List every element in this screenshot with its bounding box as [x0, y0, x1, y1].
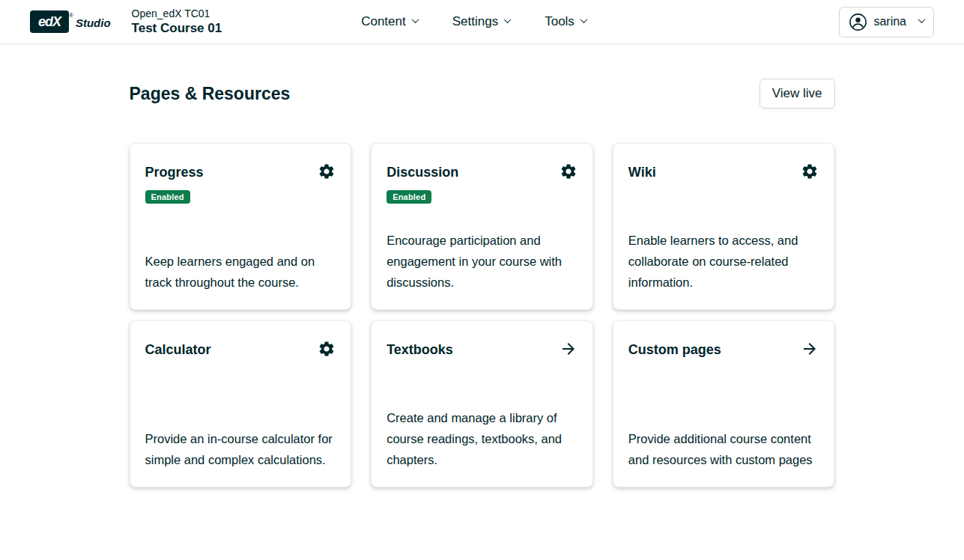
pages-resources-page: Pages & Resources View live Progress Ena…: [130, 44, 835, 487]
registered-mark: ®: [69, 12, 73, 19]
card-description: Encourage participation and engagement i…: [386, 230, 578, 293]
user-menu-button[interactable]: sarina: [839, 7, 934, 37]
card-title: Custom pages: [628, 342, 721, 358]
view-live-button[interactable]: View live: [760, 79, 835, 109]
card-header: Discussion: [386, 160, 578, 180]
status-badge: Enabled: [386, 190, 431, 204]
badge-row: [386, 367, 578, 380]
badge-row: Enabled: [386, 189, 578, 204]
nav-content-label: Content: [361, 14, 406, 29]
badge-row: [628, 189, 819, 203]
chevron-down-icon: [580, 16, 587, 23]
user-name-label: sarina: [873, 15, 906, 28]
card-textbooks: Textbooks Create and manage a library of…: [371, 320, 593, 487]
card-custom-pages: Custom pages Provide additional course c…: [613, 320, 835, 487]
gear-icon[interactable]: [801, 162, 819, 180]
nav-settings-label: Settings: [452, 14, 498, 29]
card-description: Enable learners to access, and collabora…: [628, 230, 819, 293]
course-info: Open_edX TC01 Test Course 01: [132, 7, 222, 37]
card-title: Progress: [145, 165, 204, 180]
nav-settings[interactable]: Settings: [452, 14, 510, 29]
avatar-icon: [849, 13, 867, 31]
gear-icon[interactable]: [560, 162, 578, 180]
nav-content[interactable]: Content: [361, 14, 418, 29]
card-title: Wiki: [628, 165, 656, 180]
gear-icon[interactable]: [318, 340, 336, 358]
status-badge: Enabled: [145, 190, 190, 204]
page-header-row: Pages & Resources View live: [130, 79, 835, 109]
edx-studio-logo[interactable]: edX ® Studio: [30, 10, 111, 33]
arrow-right-icon[interactable]: [801, 340, 819, 358]
card-title: Calculator: [145, 342, 211, 358]
card-header: Wiki: [628, 160, 819, 180]
card-description: Provide additional course content and re…: [628, 428, 819, 470]
card-header: Calculator: [145, 338, 336, 358]
badge-row: [628, 367, 819, 380]
page-title: Pages & Resources: [130, 84, 291, 104]
studio-label: Studio: [76, 16, 111, 29]
badge-row: Enabled: [145, 189, 336, 204]
card-description: Create and manage a library of course re…: [386, 407, 578, 470]
card-discussion: Discussion Enabled Encourage participati…: [371, 143, 593, 310]
nav-tools[interactable]: Tools: [545, 14, 586, 29]
nav-tools-label: Tools: [545, 14, 575, 29]
gear-icon[interactable]: [318, 162, 336, 180]
card-header: Progress: [145, 160, 336, 180]
card-progress: Progress Enabled Keep learners engaged a…: [130, 143, 352, 310]
card-header: Textbooks: [386, 338, 578, 358]
header: edX ® Studio Open_edX TC01 Test Course 0…: [0, 0, 964, 44]
course-org-label: Open_edX TC01: [132, 7, 222, 21]
cards-grid: Progress Enabled Keep learners engaged a…: [130, 143, 835, 487]
chevron-down-icon: [411, 16, 419, 23]
card-description: Provide an in-course calculator for simp…: [145, 428, 336, 470]
chevron-down-icon: [504, 16, 512, 23]
card-calculator: Calculator Provide an in-course calculat…: [130, 320, 352, 487]
main-nav: Content Settings Tools: [361, 14, 586, 29]
course-title: Test Course 01: [132, 20, 222, 36]
edx-logo-mark: edX: [30, 10, 69, 33]
chevron-down-icon: [918, 16, 926, 23]
badge-row: [145, 367, 336, 380]
card-wiki: Wiki Enable learners to access, and coll…: [613, 143, 835, 310]
card-title: Textbooks: [386, 342, 453, 358]
card-title: Discussion: [386, 165, 458, 180]
arrow-right-icon[interactable]: [560, 340, 578, 358]
card-header: Custom pages: [628, 338, 819, 358]
card-description: Keep learners engaged and on track throu…: [145, 251, 336, 293]
